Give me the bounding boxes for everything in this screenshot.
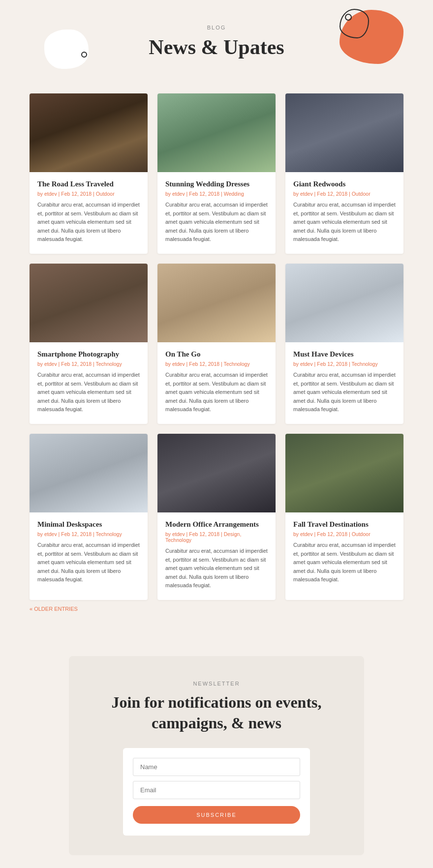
blog-card-image bbox=[285, 264, 403, 342]
blog-card[interactable]: On The Go by etdev | Feb 12, 2018 | Tech… bbox=[157, 264, 276, 424]
blog-card-meta: by etdev | Feb 12, 2018 | Technology bbox=[37, 361, 140, 367]
blog-card-meta: by etdev | Feb 12, 2018 | Outdoor bbox=[37, 191, 140, 197]
blog-card-body: Stunning Wedding Dresses by etdev | Feb … bbox=[157, 172, 276, 254]
blog-card[interactable]: Giant Redwoods by etdev | Feb 12, 2018 |… bbox=[285, 93, 403, 254]
blog-card-meta: by etdev | Feb 12, 2018 | Design, Techno… bbox=[165, 531, 268, 543]
blog-card-body: Minimal Deskspaces by etdev | Feb 12, 20… bbox=[30, 512, 148, 594]
blog-card-excerpt: Curabitur arcu erat, accumsan id imperdi… bbox=[37, 541, 140, 584]
blog-card-meta: by etdev | Feb 12, 2018 | Wedding bbox=[165, 191, 268, 197]
blog-card[interactable]: Must Have Devices by etdev | Feb 12, 201… bbox=[285, 264, 403, 424]
blog-card-excerpt: Curabitur arcu erat, accumsan id imperdi… bbox=[165, 201, 268, 244]
newsletter-label: NEWSLETTER bbox=[84, 681, 349, 687]
hero-section: BLOG News & Upates bbox=[0, 0, 433, 89]
blog-card-meta: by etdev | Feb 12, 2018 | Technology bbox=[293, 361, 396, 367]
blog-card-excerpt: Curabitur arcu erat, accumsan id imperdi… bbox=[293, 371, 396, 414]
blog-card-image bbox=[157, 434, 276, 512]
blog-card-excerpt: Curabitur arcu erat, accumsan id imperdi… bbox=[293, 201, 396, 244]
blog-card-excerpt: Curabitur arcu erat, accumsan id imperdi… bbox=[165, 547, 268, 590]
blog-card-meta: by etdev | Feb 12, 2018 | Technology bbox=[37, 531, 140, 537]
blog-card-title: Modern Office Arrangements bbox=[165, 520, 268, 529]
blog-card-image bbox=[157, 93, 276, 172]
circle-left-decoration bbox=[81, 52, 87, 58]
blog-card-excerpt: Curabitur arcu erat, accumsan id imperdi… bbox=[37, 201, 140, 244]
blog-card[interactable]: Smartphone Photography by etdev | Feb 12… bbox=[30, 264, 148, 424]
blog-card-body: Smartphone Photography by etdev | Feb 12… bbox=[30, 342, 148, 424]
email-input[interactable] bbox=[133, 781, 300, 799]
blog-card-body: On The Go by etdev | Feb 12, 2018 | Tech… bbox=[157, 342, 276, 424]
blog-card-image bbox=[30, 93, 148, 172]
blog-card-meta: by etdev | Feb 12, 2018 | Technology bbox=[165, 361, 268, 367]
blog-card-body: The Road Less Traveled by etdev | Feb 12… bbox=[30, 172, 148, 254]
blog-card-title: Minimal Deskspaces bbox=[37, 520, 140, 529]
blog-card-image bbox=[30, 434, 148, 512]
blog-card-title: The Road Less Traveled bbox=[37, 180, 140, 188]
blog-card[interactable]: Modern Office Arrangements by etdev | Fe… bbox=[157, 434, 276, 600]
blog-card-excerpt: Curabitur arcu erat, accumsan id imperdi… bbox=[293, 541, 396, 584]
blog-card[interactable]: Minimal Deskspaces by etdev | Feb 12, 20… bbox=[30, 434, 148, 600]
blog-card-meta: by etdev | Feb 12, 2018 | Outdoor bbox=[293, 531, 396, 537]
blog-card-image bbox=[30, 264, 148, 342]
blog-card-body: Modern Office Arrangements by etdev | Fe… bbox=[157, 512, 276, 600]
blog-card[interactable]: The Road Less Traveled by etdev | Feb 12… bbox=[30, 93, 148, 254]
blog-card[interactable]: Fall Travel Destinations by etdev | Feb … bbox=[285, 434, 403, 600]
newsletter-section: NEWSLETTER Join for notifications on eve… bbox=[0, 627, 433, 868]
blog-card-image bbox=[157, 264, 276, 342]
blog-card-body: Must Have Devices by etdev | Feb 12, 201… bbox=[285, 342, 403, 424]
newsletter-inner: NEWSLETTER Join for notifications on eve… bbox=[69, 656, 364, 855]
blob-outline-decoration bbox=[340, 9, 369, 38]
blog-card-image bbox=[285, 93, 403, 172]
blog-card[interactable]: Stunning Wedding Dresses by etdev | Feb … bbox=[157, 93, 276, 254]
blog-card-body: Giant Redwoods by etdev | Feb 12, 2018 |… bbox=[285, 172, 403, 254]
subscribe-button[interactable]: SUBSCRIBE bbox=[133, 806, 300, 824]
blog-card-excerpt: Curabitur arcu erat, accumsan id imperdi… bbox=[165, 371, 268, 414]
blob-white-decoration bbox=[44, 30, 89, 69]
older-entries-link[interactable]: « OLDER ENTRIES bbox=[30, 606, 403, 612]
blog-section: The Road Less Traveled by etdev | Feb 12… bbox=[0, 89, 433, 627]
newsletter-title: Join for notifications on events, campai… bbox=[84, 692, 349, 733]
blog-card-body: Fall Travel Destinations by etdev | Feb … bbox=[285, 512, 403, 594]
blog-card-title: Must Have Devices bbox=[293, 350, 396, 359]
blog-card-excerpt: Curabitur arcu erat, accumsan id imperdi… bbox=[37, 371, 140, 414]
blog-card-meta: by etdev | Feb 12, 2018 | Outdoor bbox=[293, 191, 396, 197]
circle-small-decoration bbox=[345, 14, 352, 21]
name-input[interactable] bbox=[133, 758, 300, 776]
blog-card-image bbox=[285, 434, 403, 512]
blog-card-title: Fall Travel Destinations bbox=[293, 520, 396, 529]
blog-grid: The Road Less Traveled by etdev | Feb 12… bbox=[30, 93, 403, 600]
blog-card-title: On The Go bbox=[165, 350, 268, 359]
blog-card-title: Giant Redwoods bbox=[293, 180, 396, 188]
blog-card-title: Smartphone Photography bbox=[37, 350, 140, 359]
blog-card-title: Stunning Wedding Dresses bbox=[165, 180, 268, 188]
newsletter-form: SUBSCRIBE bbox=[123, 748, 310, 836]
